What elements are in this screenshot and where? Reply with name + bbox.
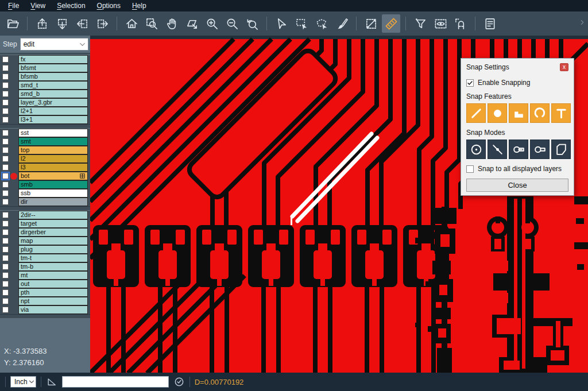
highlight-view-button[interactable] (431, 14, 450, 33)
zoom-out-button[interactable] (223, 14, 241, 33)
zoom-window-button[interactable] (142, 14, 161, 33)
open-file-button[interactable] (3, 14, 22, 33)
layer-label[interactable]: via (18, 305, 88, 314)
dialog-close-icon[interactable]: x (560, 63, 568, 71)
snap-line-button[interactable] (466, 103, 486, 123)
layer-visibility-checkbox[interactable] (2, 108, 9, 114)
zoom-home-button[interactable] (122, 14, 141, 33)
layer-visibility-checkbox[interactable] (2, 255, 9, 261)
zoom-object-button[interactable] (183, 14, 201, 33)
layer-visibility-checkbox[interactable] (2, 220, 9, 227)
clean-brush-button[interactable] (332, 14, 351, 33)
layer-label[interactable]: 2dir-- (18, 211, 88, 219)
unit-select[interactable]: Inch (10, 376, 36, 388)
layer-visibility-checkbox[interactable] (2, 91, 9, 97)
layer-label[interactable]: tm-b (18, 262, 88, 271)
layer-visibility-checkbox[interactable] (2, 246, 9, 253)
snap-surface-button[interactable] (509, 103, 528, 123)
layer-visibility-checkbox[interactable] (2, 56, 9, 63)
layer-visibility-checkbox[interactable] (2, 212, 9, 218)
layer-label[interactable]: map (18, 237, 88, 245)
layer-visibility-checkbox[interactable] (2, 138, 9, 145)
layer-label[interactable]: ssb (18, 189, 88, 198)
layer-visibility-checkbox[interactable] (2, 272, 9, 278)
layer-label[interactable]: smt (18, 137, 88, 146)
zoom-previous-button[interactable] (243, 14, 261, 33)
command-input[interactable] (62, 376, 169, 388)
layer-label[interactable]: smb (18, 180, 88, 189)
menu-view[interactable]: View (25, 0, 51, 11)
layer-label[interactable]: tm-t (18, 254, 88, 262)
snap-pad-outline-button[interactable] (530, 140, 550, 159)
layer-visibility-checkbox[interactable] (2, 190, 9, 196)
layer-visibility-checkbox[interactable] (2, 73, 9, 80)
layer-label[interactable]: pth (18, 288, 88, 297)
layer-visibility-checkbox[interactable] (2, 298, 9, 304)
layer-label[interactable]: l3+1 (18, 115, 88, 124)
layer-label[interactable]: top (18, 146, 88, 154)
snap-pad-button[interactable] (488, 103, 507, 123)
layer-visibility-checkbox[interactable] (2, 99, 9, 106)
layer-label[interactable]: bot (18, 172, 88, 180)
snap-point-on-line-button[interactable] (488, 140, 507, 159)
layer-label[interactable]: mt (18, 271, 88, 280)
zoom-in-button[interactable] (203, 14, 221, 33)
snap-pad-slot-button[interactable] (509, 140, 528, 159)
layer-visibility-checkbox[interactable] (2, 130, 9, 136)
enable-snapping-checkbox[interactable] (466, 79, 474, 87)
snap-all-layers-checkbox[interactable] (466, 165, 474, 173)
select-polygon-button[interactable] (312, 14, 331, 33)
snap-text-button[interactable] (551, 103, 571, 123)
snap-magnet-button[interactable] (451, 14, 470, 33)
layer-visibility-checkbox[interactable] (2, 181, 9, 188)
layer-label[interactable]: smd_b (18, 90, 88, 98)
layer-label[interactable]: npt (18, 297, 88, 305)
layer-label[interactable]: plug (18, 245, 88, 254)
layer-label[interactable]: l3 (18, 163, 88, 172)
pan-hand-button[interactable] (163, 14, 181, 33)
select-rectangle-button[interactable] (292, 14, 311, 33)
layer-label[interactable]: dirgerber (18, 228, 88, 237)
menu-selection[interactable]: Selection (51, 0, 91, 11)
shift-up-button[interactable] (33, 14, 51, 33)
shift-right-button[interactable] (93, 14, 111, 33)
step-select[interactable]: edit (20, 38, 88, 51)
close-button[interactable]: Close (466, 179, 568, 192)
grid-icon[interactable] (79, 173, 86, 179)
snap-center-button[interactable] (466, 140, 486, 159)
layer-visibility-checkbox[interactable] (2, 264, 9, 270)
layer-label[interactable]: bfsmt (18, 64, 88, 72)
layer-visibility-checkbox[interactable] (2, 156, 9, 162)
layer-visibility-checkbox[interactable] (2, 173, 9, 179)
layer-label[interactable]: layer_3.gbr (18, 98, 88, 107)
layer-visibility-checkbox[interactable] (2, 289, 9, 296)
layer-visibility-checkbox[interactable] (2, 229, 9, 235)
measure-distance-button[interactable] (362, 14, 380, 33)
filter-button[interactable] (411, 14, 430, 33)
shift-down-button[interactable] (53, 14, 71, 33)
layer-label[interactable]: target (18, 219, 88, 228)
snap-contour-button[interactable] (551, 140, 571, 159)
layer-visibility-checkbox[interactable] (2, 281, 9, 287)
layer-visibility-checkbox[interactable] (2, 164, 9, 171)
layer-visibility-checkbox[interactable] (2, 307, 9, 313)
layer-label[interactable]: smd_t (18, 81, 88, 90)
layer-visibility-checkbox[interactable] (2, 117, 9, 123)
select-pointer-button[interactable] (272, 14, 291, 33)
layer-visibility-checkbox[interactable] (2, 82, 9, 88)
layer-visibility-checkbox[interactable] (2, 147, 9, 153)
menu-file[interactable]: File (2, 0, 25, 11)
shift-left-button[interactable] (73, 14, 91, 33)
angle-mode-icon[interactable] (46, 376, 57, 388)
layer-label[interactable]: l2 (18, 154, 88, 163)
snap-arc-button[interactable] (530, 103, 550, 123)
report-button[interactable] (481, 14, 499, 33)
layer-label[interactable]: l2+1 (18, 107, 88, 115)
layer-label[interactable]: sst (18, 129, 88, 137)
measure-ruler-button[interactable] (382, 14, 400, 33)
menu-help[interactable]: Help (126, 0, 152, 11)
layer-visibility-checkbox[interactable] (2, 238, 9, 244)
layer-label[interactable]: fx (18, 55, 88, 64)
layer-visibility-checkbox[interactable] (2, 65, 9, 71)
menu-options[interactable]: Options (91, 0, 126, 11)
